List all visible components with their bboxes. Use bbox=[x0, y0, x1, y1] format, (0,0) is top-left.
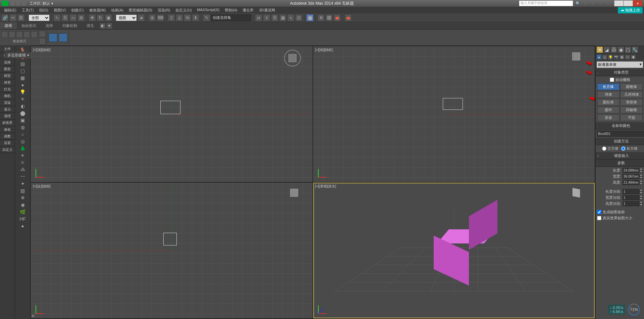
sidebar-tab[interactable]: 模型 bbox=[0, 73, 15, 79]
schematic-view-icon[interactable]: ⊡ bbox=[295, 14, 303, 21]
select-name-icon[interactable]: ☰ bbox=[61, 14, 69, 21]
qat-undo-icon[interactable] bbox=[10, 1, 15, 6]
width-input[interactable] bbox=[623, 174, 639, 179]
menu-down-icon[interactable]: ▾ bbox=[604, 1, 611, 6]
shapes-subtab-icon[interactable]: ◇ bbox=[602, 54, 607, 60]
mirror-icon[interactable]: ⇄ bbox=[255, 14, 262, 21]
object-name-input[interactable] bbox=[597, 131, 644, 137]
align-icon[interactable]: ≡ bbox=[263, 14, 270, 21]
sidebar-tab[interactable]: 渲染 bbox=[0, 99, 15, 106]
viewport-front[interactable]: [+][前][线框] bbox=[313, 46, 595, 182]
create-tab-icon[interactable]: ✹ bbox=[596, 46, 603, 53]
real-world-map-checkbox[interactable] bbox=[597, 216, 601, 220]
spinner-snap-icon[interactable]: ⬍ bbox=[192, 14, 199, 21]
viewport-left[interactable]: [+][左][线框] bbox=[31, 183, 313, 318]
primitive-button[interactable]: 圆锥体 bbox=[620, 83, 643, 90]
fur-icon[interactable]: 〰 bbox=[19, 173, 27, 180]
menu-item[interactable]: 创建(C) bbox=[68, 7, 86, 13]
grass-icon[interactable]: 🌿 bbox=[19, 209, 27, 215]
viewport-top[interactable]: [+][顶][线框] bbox=[31, 46, 313, 182]
primitive-button[interactable]: 长方体 bbox=[597, 83, 620, 90]
keyboard-entry-rollout[interactable]: +键盘输入 bbox=[596, 152, 644, 160]
modify-tab-icon[interactable]: ◢ bbox=[603, 46, 610, 53]
primitive-button[interactable]: 圆环 bbox=[597, 106, 620, 113]
workspace-selector[interactable]: 工作区: 默认 ▾ bbox=[30, 1, 53, 6]
sidebar-tab[interactable]: 文件 bbox=[0, 46, 15, 52]
spinner-down-icon[interactable]: ▾ bbox=[639, 176, 643, 179]
lights-subtab-icon[interactable]: 💡 bbox=[608, 54, 613, 60]
link-icon[interactable]: 🔗 bbox=[1, 14, 9, 21]
menu-item[interactable]: 自定义(U) bbox=[173, 7, 194, 13]
sidebar-tab[interactable]: 材质库 bbox=[0, 120, 15, 126]
cloud-upload-button[interactable]: ☁ 拖拽上传 bbox=[618, 7, 643, 13]
primitive-button[interactable]: 四棱锥 bbox=[620, 106, 643, 113]
rotate-icon[interactable]: ↻ bbox=[97, 14, 104, 21]
viewcube-icon[interactable] bbox=[284, 50, 301, 66]
spacewarps-subtab-icon[interactable]: 〰 bbox=[625, 54, 630, 60]
spinner-up-icon[interactable]: ▴ bbox=[639, 195, 643, 197]
auto-grid-checkbox[interactable] bbox=[610, 78, 614, 82]
sidebar-tab[interactable]: 设置 bbox=[0, 140, 15, 146]
hdr-icon[interactable]: ☀ bbox=[19, 96, 27, 102]
menu-item[interactable]: 编辑(E) bbox=[1, 7, 19, 13]
spinner-up-icon[interactable]: ▴ bbox=[639, 168, 643, 170]
ribbon-toggle-icon[interactable]: ▦ bbox=[279, 14, 286, 21]
sphere-icon[interactable]: ● bbox=[19, 82, 27, 88]
render-prod-icon[interactable]: 🫖 bbox=[344, 14, 352, 21]
ring-icon[interactable]: ◎ bbox=[19, 138, 27, 145]
viewcube-icon[interactable] bbox=[570, 186, 583, 199]
named-sel-edit-icon[interactable]: ✎ bbox=[203, 14, 210, 21]
primitive-button[interactable]: 茶壶 bbox=[597, 114, 620, 121]
length-input[interactable] bbox=[623, 168, 639, 173]
parameters-rollout[interactable]: -参数 bbox=[596, 160, 644, 167]
primitive-button[interactable]: 几何球体 bbox=[620, 91, 643, 98]
menu-item[interactable]: MAXScript(X) bbox=[195, 7, 222, 13]
sidebar-tab[interactable]: 相机 bbox=[0, 93, 15, 99]
spinner-up-icon[interactable]: ▴ bbox=[639, 180, 643, 182]
length-segs-input[interactable] bbox=[623, 189, 639, 194]
motion-tab-icon[interactable]: ◉ bbox=[618, 46, 624, 53]
creation-method-rollout[interactable]: -创建方法 bbox=[596, 138, 644, 145]
viewcube-icon[interactable] bbox=[570, 50, 583, 63]
scale-icon[interactable]: ▣ bbox=[105, 14, 112, 21]
primitive-button[interactable]: 平面 bbox=[620, 114, 643, 121]
menu-item[interactable]: 视图(V) bbox=[51, 7, 69, 13]
favorite-icon[interactable]: ★ bbox=[589, 1, 596, 6]
primitive-button[interactable]: 管状体 bbox=[620, 99, 643, 106]
height-input[interactable] bbox=[623, 180, 639, 185]
app-logo-icon[interactable] bbox=[2, 1, 8, 6]
ref-coord-dropdown[interactable]: 视图 bbox=[116, 14, 137, 21]
menu-item[interactable]: 渲染(R) bbox=[155, 7, 173, 13]
name-color-rollout[interactable]: -名称和颜色 bbox=[596, 122, 644, 130]
render-frame-icon[interactable]: 🖼 bbox=[325, 14, 333, 21]
manipulate-icon[interactable]: ⊕ bbox=[149, 14, 156, 21]
donut-icon[interactable]: ◍ bbox=[19, 124, 27, 131]
ribbon-tool-1-icon[interactable] bbox=[39, 31, 46, 37]
light-icon[interactable]: 💡 bbox=[19, 89, 27, 95]
menu-item[interactable]: 组(G) bbox=[37, 7, 51, 13]
spinner-up-icon[interactable]: ▴ bbox=[639, 201, 643, 203]
snap-angle-icon[interactable]: ∠ bbox=[176, 14, 183, 21]
width-segs-input[interactable] bbox=[623, 195, 639, 200]
gen-map-coords-checkbox[interactable] bbox=[597, 210, 601, 214]
window-crossing-icon[interactable]: ⊞ bbox=[77, 14, 85, 21]
primitive-button[interactable]: 球体 bbox=[597, 91, 620, 98]
layers-icon[interactable]: ☰ bbox=[271, 14, 278, 21]
object-type-rollout[interactable]: -对象类型 bbox=[596, 69, 644, 76]
viewcube-icon[interactable] bbox=[287, 186, 301, 199]
ribbon-preset-2-icon[interactable] bbox=[59, 33, 67, 42]
layers-icon[interactable]: ▤ bbox=[19, 60, 27, 67]
ribbon-minimize-icon[interactable]: ◐ bbox=[100, 23, 105, 29]
render-setup-icon[interactable]: ⚙ bbox=[317, 14, 325, 21]
sphere2-icon[interactable]: ⬤ bbox=[19, 110, 27, 117]
box-mesh[interactable] bbox=[434, 224, 481, 281]
named-selection-input[interactable] bbox=[211, 14, 251, 21]
spinner-down-icon[interactable]: ▾ bbox=[639, 203, 643, 206]
spinner-down-icon[interactable]: ▾ bbox=[639, 191, 643, 194]
sidebar-tab[interactable]: 图形 bbox=[0, 66, 15, 73]
snap-2d-icon[interactable]: 2 bbox=[168, 14, 175, 21]
maximize-button[interactable]: ▢ bbox=[624, 0, 633, 6]
particles-icon[interactable]: ⁂ bbox=[19, 166, 27, 173]
height-segs-input[interactable] bbox=[623, 201, 639, 206]
snow-icon[interactable]: ❄ bbox=[19, 194, 27, 201]
